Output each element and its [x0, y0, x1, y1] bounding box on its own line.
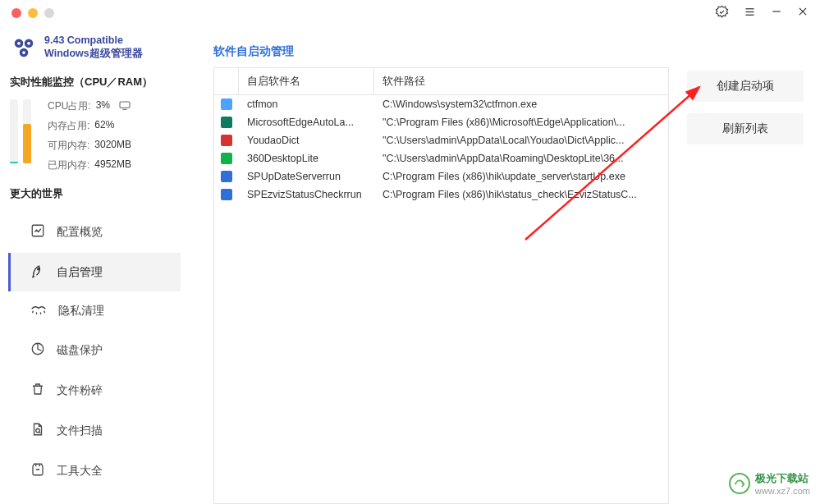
table-row[interactable]: YoudaoDict"C:\Users\admin\AppData\Local\… — [214, 131, 668, 149]
menu-icon[interactable] — [744, 6, 756, 21]
ram-value: 62% — [94, 119, 114, 133]
table-row[interactable]: SPEzvizStatusCheckrrunC:\Program Files (… — [214, 186, 668, 204]
table-row[interactable]: 360DesktopLite"C:\Users\admin\AppData\Ro… — [214, 149, 668, 167]
sidebar-item-privacy[interactable]: 隐私清理 — [8, 293, 181, 329]
startup-table: 自启软件名 软件路径 ctfmonC:\Windows\system32\ctf… — [213, 67, 669, 504]
sidebar-item-overview[interactable]: 配置概览 — [8, 213, 181, 251]
minimize-icon[interactable] — [771, 6, 782, 21]
row-name: YoudaoDict — [239, 131, 374, 149]
world-title: 更大的世界 — [10, 187, 181, 201]
privacy-icon — [30, 305, 47, 318]
sidebar-item-disk[interactable]: 磁盘保护 — [8, 331, 181, 369]
sidebar: 9.43 Compatible Windows超级管理器 实时性能监控（CPU／… — [0, 26, 189, 504]
svg-point-16 — [36, 429, 40, 433]
row-path: C:\Program Files (x86)\hik\update_server… — [374, 167, 668, 186]
body: 9.43 Compatible Windows超级管理器 实时性能监控（CPU／… — [0, 26, 820, 504]
close-icon[interactable] — [797, 6, 809, 21]
sidebar-item-label: 磁盘保护 — [57, 343, 103, 358]
cpu-label: CPU占用: — [48, 99, 91, 113]
row-icon — [214, 113, 239, 131]
overview-icon — [30, 223, 45, 241]
brand-line2: Windows超级管理器 — [44, 48, 143, 61]
window-controls-mac — [11, 8, 54, 18]
row-icon — [214, 131, 239, 149]
actions-panel: 创建启动项 刷新列表 — [687, 71, 804, 504]
table-body: ctfmonC:\Windows\system32\ctfmon.exeMicr… — [214, 95, 668, 204]
zoom-dot[interactable] — [44, 8, 54, 18]
th-name[interactable]: 自启软件名 — [239, 68, 374, 94]
sidebar-item-startup[interactable]: 自启管理 — [8, 253, 181, 291]
watermark: 极光下载站 www.xz7.com — [729, 471, 810, 496]
used-label: 已用内存: — [48, 158, 89, 172]
row-path: "C:\Program Files (x86)\Microsoft\Edge\A… — [374, 113, 668, 131]
row-name: MicrosoftEdgeAutoLa... — [239, 113, 374, 131]
th-path[interactable]: 软件路径 — [374, 68, 668, 94]
create-startup-button[interactable]: 创建启动项 — [687, 71, 804, 102]
sidebar-item-label: 自启管理 — [57, 265, 103, 280]
startup-icon — [30, 263, 45, 281]
titlebar-right — [715, 5, 809, 22]
refresh-list-button[interactable]: 刷新列表 — [687, 113, 804, 144]
app-window: 9.43 Compatible Windows超级管理器 实时性能监控（CPU／… — [0, 0, 820, 504]
svg-point-10 — [27, 42, 30, 45]
table-header: 自启软件名 软件路径 — [214, 68, 668, 95]
sidebar-item-label: 文件扫描 — [57, 424, 103, 438]
svg-point-11 — [22, 51, 25, 54]
row-path: C:\Program Files (x86)\hik\status_check\… — [374, 186, 668, 204]
free-value: 3020MB — [94, 139, 131, 153]
minimize-dot[interactable] — [28, 8, 38, 18]
row-icon — [214, 167, 239, 186]
svg-point-9 — [17, 42, 21, 45]
ram-label: 内存占用: — [48, 119, 89, 133]
table-row[interactable]: SPUpDateServerrunC:\Program Files (x86)\… — [214, 167, 668, 186]
row-icon — [214, 95, 239, 113]
row-name: 360DesktopLite — [239, 149, 374, 167]
watermark-url: www.xz7.com — [755, 486, 810, 496]
app-logo-icon — [11, 35, 36, 60]
row-icon — [214, 186, 239, 204]
row-name: SPEzvizStatusCheckrrun — [239, 186, 374, 204]
row-path: "C:\Users\admin\AppData\Roaming\DesktopL… — [374, 149, 668, 167]
cpu-value: 3% — [96, 99, 110, 113]
row-icon — [214, 149, 239, 167]
ram-row: 内存占用: 62% — [48, 119, 179, 133]
badge-icon[interactable] — [715, 5, 729, 22]
watermark-name: 极光下载站 — [755, 471, 810, 486]
table-row[interactable]: ctfmonC:\Windows\system32\ctfmon.exe — [214, 95, 668, 113]
svg-rect-12 — [120, 102, 130, 108]
sidebar-item-scan[interactable]: 文件扫描 — [8, 411, 181, 450]
brand-text: 9.43 Compatible Windows超级管理器 — [44, 34, 143, 60]
free-row: 可用内存: 3020MB — [48, 139, 179, 153]
close-dot[interactable] — [11, 8, 21, 18]
sidebar-item-label: 配置概览 — [57, 225, 103, 240]
page-title: 软件自启动管理 — [213, 44, 669, 59]
titlebar — [0, 0, 820, 26]
used-value: 4952MB — [94, 158, 131, 172]
row-name: SPUpDateServerrun — [239, 167, 374, 186]
svg-point-14 — [38, 268, 39, 270]
row-path: "C:\Users\admin\AppData\Local\Youdao\Dic… — [374, 131, 668, 149]
tools-icon — [30, 462, 45, 479]
used-row: 已用内存: 4952MB — [48, 158, 179, 172]
sidebar-item-shred[interactable]: 文件粉碎 — [8, 371, 181, 410]
shred-icon — [30, 382, 45, 399]
perf-panel: CPU占用: 3% 内存占用: 62% 可用内存: 3020MB — [8, 96, 181, 182]
free-label: 可用内存: — [48, 139, 89, 153]
watermark-icon — [729, 473, 750, 494]
sidebar-item-label: 工具大全 — [57, 464, 103, 479]
cpu-bar — [10, 99, 18, 163]
row-name: ctfmon — [239, 95, 374, 113]
th-icon — [214, 68, 239, 94]
perf-rows: CPU占用: 3% 内存占用: 62% 可用内存: 3020MB — [48, 99, 179, 172]
table-row[interactable]: MicrosoftEdgeAutoLa..."C:\Program Files … — [214, 113, 668, 131]
row-path: C:\Windows\system32\ctfmon.exe — [374, 95, 668, 113]
brand: 9.43 Compatible Windows超级管理器 — [8, 33, 181, 71]
perf-bars — [10, 99, 38, 163]
cpu-row: CPU占用: 3% — [48, 99, 179, 113]
sidebar-item-label: 隐私清理 — [58, 304, 104, 318]
perf-title: 实时性能监控（CPU／RAM） — [10, 75, 181, 89]
sidebar-item-tools[interactable]: 工具大全 — [8, 451, 181, 490]
sidebar-nav: 配置概览自启管理隐私清理磁盘保护文件粉碎文件扫描工具大全 — [8, 213, 181, 490]
disk-icon — [30, 341, 45, 359]
main: 软件自启动管理 自启软件名 软件路径 ctfmonC:\Windows\syst… — [189, 26, 820, 504]
